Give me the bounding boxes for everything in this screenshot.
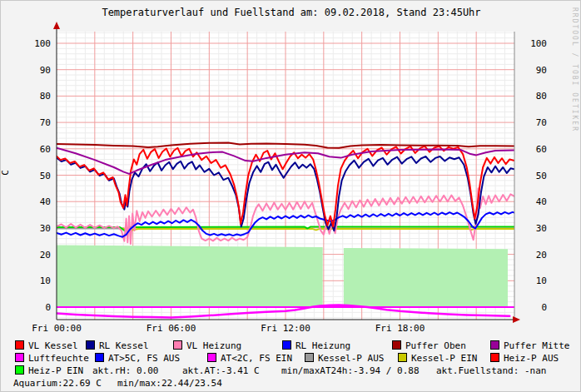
y-tick-label-left: 0 (14, 303, 51, 312)
y-tick-label-left: 90 (14, 66, 51, 75)
legend-item: VL Kessel (15, 340, 78, 351)
legend-item: RL Heizung (282, 340, 350, 351)
y-tick-label-left: 50 (14, 171, 51, 181)
legend-label: Heiz-P AUS (504, 353, 559, 364)
legend-label: Kessel-P EIN (411, 353, 477, 364)
legend-item: Puffer Mitte (490, 340, 569, 351)
legend-item: Luftfeuchte (15, 353, 89, 364)
y-tick-label-left: 80 (14, 92, 51, 101)
rrdtool-watermark: RRDTOOL / TOBI OETIKER (571, 7, 579, 132)
y-tick-label-right: 0 (525, 303, 547, 312)
legend-item: AT>5C, FS AUS (95, 353, 180, 364)
y-tick-label-left: 10 (14, 276, 51, 285)
y-axis-unit-label: C (0, 170, 11, 176)
legend-item: Puffer Oben (392, 340, 466, 351)
legend-label: Luftfeuchte (28, 353, 89, 364)
legend-label: Puffer Mitte (504, 340, 569, 351)
legend-item: RL Kessel (86, 340, 149, 351)
legend-swatch-icon (282, 340, 291, 350)
legend-swatch-icon (15, 340, 24, 350)
legend-label: Heiz-P EIN (28, 365, 83, 376)
legend-stat: akt.AT:-3.41 C (182, 365, 260, 376)
legend-swatch-icon (392, 340, 401, 350)
legend-label: akt.Fuellstand: -nan (436, 365, 546, 376)
y-tick-label-right: 50 (525, 171, 547, 181)
legend-swatch-icon (305, 353, 314, 362)
legend-swatch-icon (207, 353, 216, 362)
legend-label: VL Heizung (186, 340, 241, 351)
x-tick-label: Fri 18:00 (375, 324, 425, 333)
fuellstand-area (57, 246, 323, 307)
y-tick-label-left: 60 (14, 145, 51, 154)
y-tick-label-left: 40 (14, 197, 51, 206)
legend-item: Kessel-P EIN (398, 353, 477, 364)
legend-swatch-icon (86, 340, 95, 350)
y-tick-label-left: 20 (14, 251, 51, 260)
y-tick-label-right: 60 (525, 145, 547, 154)
legend-label: AT>5C, FS AUS (108, 353, 180, 364)
fuellstand-area (344, 248, 508, 307)
legend-stat: min/max:22.44/23.54 (117, 378, 222, 389)
legend-stat: akt.Fuellstand: -nan (436, 365, 546, 376)
legend-label: Puffer Oben (405, 340, 466, 351)
y-tick-label-right: 70 (525, 118, 547, 127)
legend-label: akt.rH: 0.00 (92, 365, 158, 376)
legend-swatch-icon (398, 353, 407, 362)
legend-item: AT<2C, FS EIN (207, 353, 292, 364)
legend-label: min/max:22.44/23.54 (117, 378, 222, 389)
rrdtool-graph: Temperaturverlauf und Fuellstand am: 09.… (0, 0, 581, 392)
y-tick-label-right: 10 (525, 276, 547, 285)
x-tick-label: Fri 00:00 (32, 324, 82, 333)
y-axis-arrow-icon (53, 22, 60, 29)
y-tick-label-right: 40 (525, 197, 547, 206)
legend-item: Heiz-P EIN (15, 365, 83, 376)
y-tick-label-left: 70 (14, 118, 51, 127)
legend-item: Heiz-P AUS (490, 353, 559, 364)
legend-swatch-icon (95, 353, 104, 362)
y-tick-label-right: 30 (525, 224, 547, 233)
legend-stat: min/maxAT24h:-3.94 / 0.88 (281, 365, 420, 376)
legend-item: VL Heizung (173, 340, 241, 351)
y-tick-label-left: 30 (14, 224, 51, 233)
y-tick-label-right: 100 (525, 39, 547, 48)
x-tick-label: Fri 06:00 (146, 324, 196, 333)
legend-swatch-icon (15, 365, 24, 375)
y-tick-label-right: 90 (525, 66, 547, 75)
legend-label: AT<2C, FS EIN (221, 353, 292, 364)
legend-label: Kessel-P AUS (318, 353, 384, 364)
legend-swatch-icon (173, 340, 182, 350)
x-tick-label: Fri 12:00 (261, 324, 310, 333)
legend-stat: Aquarium:22.69 C (13, 378, 102, 389)
legend-label: min/maxAT24h:-3.94 / 0.88 (281, 365, 420, 376)
y-tick-label-right: 20 (525, 251, 547, 260)
legend-stat: akt.rH: 0.00 (92, 365, 158, 376)
legend-label: akt.AT:-3.41 C (182, 365, 260, 376)
legend-swatch-icon (490, 353, 499, 362)
legend-swatch-icon (490, 340, 499, 350)
legend-swatch-icon (15, 353, 24, 362)
x-axis-arrow-icon (513, 316, 520, 323)
legend-item: Kessel-P AUS (305, 353, 384, 364)
y-tick-label-left: 100 (14, 39, 51, 48)
y-tick-label-right: 80 (525, 92, 547, 101)
legend-label: RL Heizung (295, 340, 350, 351)
legend-label: VL Kessel (28, 340, 78, 351)
legend-label: RL Kessel (99, 340, 149, 351)
legend-label: Aquarium:22.69 C (13, 378, 102, 389)
